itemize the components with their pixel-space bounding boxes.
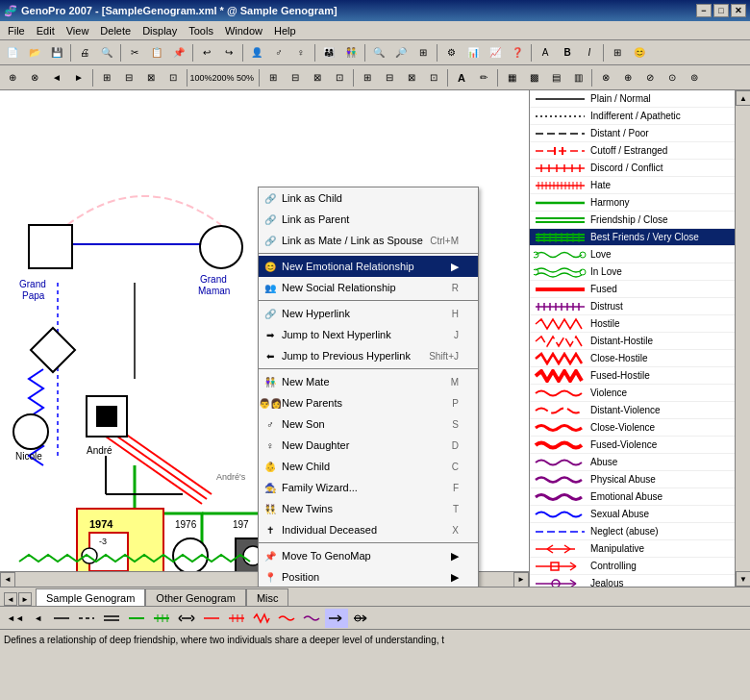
menu-tools[interactable]: Tools (183, 22, 219, 39)
tb2-grid1[interactable]: ⊞ (262, 67, 284, 88)
ctx-new-twins[interactable]: 👯 New Twins T (259, 498, 478, 519)
smile-btn[interactable]: 😊 (629, 42, 650, 63)
menu-window[interactable]: Window (219, 22, 268, 39)
zoom-out-btn[interactable]: 🔍 (368, 42, 389, 63)
tb2-btn1[interactable]: ⊕ (2, 67, 23, 88)
zoom-200-btn[interactable]: 200% (212, 67, 234, 88)
cut-btn[interactable]: ✂ (124, 42, 145, 63)
scroll-v-track[interactable] (736, 106, 750, 571)
tb2-align4[interactable]: ⊡ (423, 67, 444, 88)
tab-arrow-right[interactable]: ► (18, 592, 32, 606)
bt-zigzag[interactable] (250, 609, 273, 628)
v-scrollbar[interactable]: ▲ ▼ (735, 90, 750, 587)
zoom-100-btn[interactable]: 100% (190, 67, 212, 88)
open-btn[interactable]: 📂 (24, 42, 45, 63)
bt-double-line[interactable] (100, 609, 123, 628)
bt-back-back[interactable]: ◄◄ (4, 609, 27, 628)
tb2-align1[interactable]: ⊞ (357, 67, 378, 88)
tb2-grid-c[interactable]: ▤ (545, 67, 566, 88)
ctx-new-mate[interactable]: 👫 New Mate M (259, 371, 478, 392)
menu-delete[interactable]: Delete (94, 22, 137, 39)
ctx-new-parents[interactable]: 👨‍👩 New Parents P (259, 392, 478, 413)
ctx-jump-next[interactable]: ➡ Jump to Next Hyperlink J (259, 324, 478, 345)
tb2-align2[interactable]: ⊟ (379, 67, 400, 88)
scroll-left-btn[interactable]: ◄ (0, 572, 15, 588)
ctx-position[interactable]: 📍 Position ▶ (259, 566, 478, 587)
bt-red-hash[interactable] (225, 609, 248, 628)
family-btn[interactable]: 👨‍👩‍👧 (318, 42, 339, 63)
bt-red-line[interactable] (200, 609, 223, 628)
genogram-canvas[interactable]: Grand Papa Grand Maman Nicole André 1974… (0, 90, 529, 587)
print-preview-btn[interactable]: 🔍 (96, 42, 117, 63)
tb2-btn8[interactable]: ⊡ (162, 67, 184, 88)
bt-focused-on[interactable] (325, 609, 348, 628)
tab-other-genogram[interactable]: Other Genogram (145, 588, 246, 606)
copy-btn[interactable]: 📋 (146, 42, 167, 63)
redo-btn[interactable]: ↪ (218, 42, 239, 63)
menu-file[interactable]: File (2, 22, 31, 39)
maximize-button[interactable]: □ (713, 4, 729, 17)
back-btn[interactable]: ◄ (46, 67, 67, 88)
menu-display[interactable]: Display (137, 22, 183, 39)
scroll-right-btn[interactable]: ► (513, 572, 529, 588)
bold-btn[interactable]: B (557, 42, 578, 63)
ctx-link-as-child[interactable]: 🔗 Link as Child (259, 188, 478, 209)
tb2-grid-b[interactable]: ▩ (523, 67, 544, 88)
zoom-50-btn[interactable]: 50% (235, 67, 256, 88)
scroll-up-btn[interactable]: ▲ (736, 90, 750, 106)
ctx-new-emotional[interactable]: 😊 New Emotional Relationship ▶ (259, 256, 478, 277)
bt-hash-line[interactable] (150, 609, 173, 628)
tb2-grid4[interactable]: ⊡ (329, 67, 350, 88)
ctx-jump-prev[interactable]: ⬅ Jump to Previous Hyperlink Shift+J (259, 345, 478, 366)
tb2-grid2[interactable]: ⊟ (285, 67, 306, 88)
ctx-new-social[interactable]: 👥 New Social Relationship R (259, 277, 478, 298)
tb2-rel2[interactable]: ⊕ (617, 67, 638, 88)
tb2-rel4[interactable]: ⊙ (662, 67, 683, 88)
italic-btn[interactable]: I (579, 42, 600, 63)
paste-btn[interactable]: 📌 (168, 42, 189, 63)
minimize-button[interactable]: − (696, 4, 712, 17)
male-btn[interactable]: ♂ (268, 42, 289, 63)
tb2-btn6[interactable]: ⊟ (118, 67, 139, 88)
bt-line1[interactable] (50, 609, 73, 628)
help-btn[interactable]: ❓ (507, 42, 528, 63)
grid-btn[interactable]: ⊞ (607, 42, 628, 63)
ctx-new-child[interactable]: 👶 New Child C (259, 456, 478, 477)
tb2-grid-a[interactable]: ▦ (501, 67, 522, 88)
zoom-in-btn[interactable]: 🔎 (390, 42, 412, 63)
tb2-pencil[interactable]: ✏ (473, 67, 494, 88)
tab-sample-genogram[interactable]: Sample Genogram (36, 588, 145, 606)
tb2-btn5[interactable]: ⊞ (96, 67, 117, 88)
tb2-rel1[interactable]: ⊗ (595, 67, 616, 88)
ctx-link-as-parent[interactable]: 🔗 Link as Parent (259, 209, 478, 230)
close-button[interactable]: ✕ (731, 4, 746, 17)
tab-misc[interactable]: Misc (246, 588, 289, 606)
tb2-grid3[interactable]: ⊠ (307, 67, 328, 88)
text-btn[interactable]: A (535, 42, 556, 63)
bt-purple-wave[interactable] (300, 609, 323, 628)
individual-btn[interactable]: 👤 (246, 42, 267, 63)
save-btn[interactable]: 💾 (46, 42, 67, 63)
tb2-btn2[interactable]: ⊗ (24, 67, 45, 88)
zoom-fit-btn[interactable]: ⊞ (412, 42, 434, 63)
bt-back[interactable]: ◄ (29, 609, 48, 628)
forward-btn[interactable]: ► (68, 67, 89, 88)
female-btn[interactable]: ♀ (290, 42, 312, 63)
ctx-individual-deceased[interactable]: ✝ Individual Deceased X (259, 519, 478, 540)
new-btn[interactable]: 📄 (2, 42, 23, 63)
tb2-rel3[interactable]: ⊘ (639, 67, 661, 88)
tb2-grid-d[interactable]: ▥ (567, 67, 588, 88)
tb2-btn7[interactable]: ⊠ (140, 67, 162, 88)
parents-btn[interactable]: 👫 (340, 42, 362, 63)
bt-line2[interactable] (75, 609, 98, 628)
ctx-link-as-mate[interactable]: 🔗 Link as Mate / Link as Spouse Ctrl+M (259, 230, 478, 251)
tb2-rel5[interactable]: ⊚ (684, 67, 705, 88)
undo-btn[interactable]: ↩ (196, 42, 217, 63)
chart-btn[interactable]: 📈 (485, 42, 506, 63)
menu-edit[interactable]: Edit (31, 22, 61, 39)
bt-green-line[interactable] (125, 609, 148, 628)
tb2-text-a[interactable]: A (451, 67, 472, 88)
ctx-move-to-genomap[interactable]: 📌 Move To GenoMap ▶ (259, 545, 478, 566)
report-btn[interactable]: 📊 (462, 42, 484, 63)
bt-wave[interactable] (275, 609, 298, 628)
